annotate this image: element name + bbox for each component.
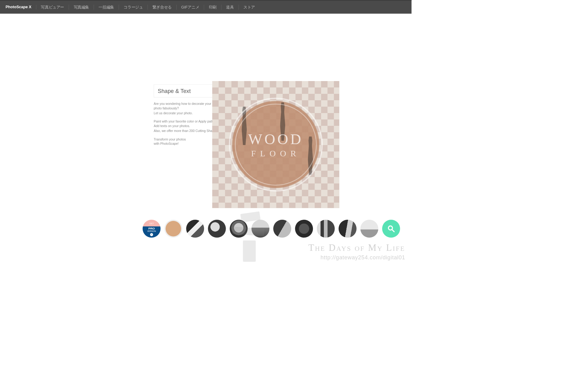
thumb-sample-6[interactable]: [295, 220, 313, 238]
pro-get-label: GET: [149, 222, 154, 225]
thumb-sample-1[interactable]: [186, 220, 204, 238]
nav-tools[interactable]: 道具: [221, 5, 239, 10]
app-brand[interactable]: PhotoScape X: [4, 5, 36, 9]
thumb-sample-8[interactable]: [339, 220, 357, 238]
preview-badge-line1: WOOD: [248, 130, 303, 147]
svg-line-1: [392, 230, 394, 232]
pro-version-label: VERSION: [147, 230, 156, 233]
chevron-right-icon: ›: [150, 233, 153, 236]
nav-print[interactable]: 印刷: [204, 5, 221, 10]
feature-title-box: Shape & Text: [154, 84, 220, 98]
nav-combine[interactable]: 繋ぎ合せる: [148, 5, 177, 10]
nav-collage[interactable]: コラージュ: [119, 5, 148, 10]
feature-title: Shape & Text: [158, 88, 216, 94]
watermark-brush-graphic: [228, 213, 275, 264]
feature-p3: Transform your photos with PhotoScape!: [154, 137, 220, 146]
nav-viewer[interactable]: 写真ビュアー: [36, 5, 69, 10]
feature-panel: Shape & Text Are you wondering how to de…: [154, 84, 220, 150]
feature-p1: Are you wondering how to decorate your p…: [154, 101, 220, 115]
pro-pro-label: PRO: [148, 227, 155, 230]
thumb-search-button[interactable]: [382, 220, 400, 238]
nav-editor[interactable]: 写真編集: [69, 5, 94, 10]
feature-p2: Paint with your favorite color or Apply …: [154, 119, 220, 133]
watermark: The Days of My Life http://gateway254.co…: [308, 242, 405, 261]
thumb-sample-9[interactable]: [360, 220, 378, 238]
feature-description: Are you wondering how to decorate your p…: [154, 101, 220, 146]
watermark-url: http://gateway254.com/digital01: [308, 254, 405, 261]
nav-store[interactable]: ストア: [239, 5, 260, 10]
preview-badge-line2: FLOOR: [251, 148, 300, 158]
thumb-sample-7[interactable]: [317, 220, 335, 238]
nav-batch[interactable]: 一括編集: [94, 5, 119, 10]
watermark-title: The Days of My Life: [308, 242, 405, 253]
thumb-sample-5[interactable]: [273, 220, 291, 238]
thumb-sample-2[interactable]: [208, 220, 226, 238]
preview-badge: WOOD FLOOR: [229, 98, 323, 191]
thumb-sample-wood[interactable]: [164, 220, 182, 238]
top-nav: PhotoScape X 写真ビュアー 写真編集 一括編集 コラージュ 繋ぎ合せ…: [0, 0, 412, 14]
thumb-pro-version[interactable]: GET PRO VERSION ›: [143, 220, 161, 238]
feature-preview-image: WOOD FLOOR: [212, 81, 339, 208]
nav-gif[interactable]: GIFアニメ: [177, 5, 204, 10]
search-icon: [387, 225, 395, 233]
